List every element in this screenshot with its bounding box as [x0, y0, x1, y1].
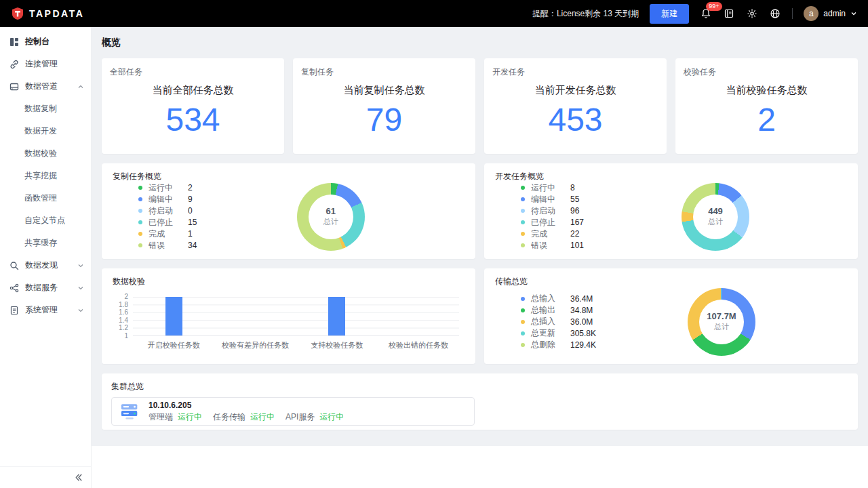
stat-value: 453	[492, 102, 658, 138]
main-content: 概览 全部任务 当前全部任务总数 534 复制任务 当前复制任务总数 79 开发…	[92, 27, 868, 488]
discovery-icon	[9, 261, 19, 270]
legend-dot	[521, 220, 525, 224]
sidebar-item-data-services[interactable]: 数据服务	[0, 277, 91, 299]
sidebar-subitem-data-verification[interactable]: 数据校验	[0, 142, 91, 165]
sidebar-subitem-shared-mining[interactable]: 共享挖掘	[0, 165, 91, 187]
server-icon	[120, 403, 140, 421]
stat-title: 当前复制任务总数	[301, 84, 467, 97]
legend-label: 编辑中	[149, 194, 188, 205]
legend-label: 总输出	[531, 304, 570, 316]
service-name: 任务传输	[213, 412, 245, 422]
system-icon	[9, 306, 19, 315]
legend-value: 0	[188, 206, 193, 216]
x-label: 校验出错的任务数	[378, 340, 459, 350]
tapdata-logo[interactable]: TAPDATA	[11, 7, 84, 20]
metrics-row: 数据校验 2 1.8 1.6 1.4 1.2 1	[102, 268, 858, 364]
legend-item: 错误101	[521, 240, 584, 251]
chevron-down-icon	[77, 307, 84, 314]
y-tick: 1.2	[119, 325, 128, 331]
legend-dot	[138, 232, 142, 236]
legend-item: 错误34	[138, 240, 197, 251]
settings-button[interactable]	[746, 7, 758, 20]
y-tick: 1	[124, 333, 128, 340]
sidebar-item-pipelines[interactable]: 数据管道	[0, 75, 91, 98]
service-status: 运行中	[250, 412, 275, 422]
sidebar-item-connections[interactable]: 连接管理	[0, 53, 91, 75]
legend-dot	[521, 343, 525, 347]
legend-label: 总删除	[531, 339, 570, 350]
sidebar-subitem-data-replication[interactable]: 数据复制	[0, 98, 91, 120]
chart-legend: 总输入36.4M 总输出34.8M 总插入36.0M 总更新305.8K 总删除…	[521, 293, 596, 350]
sidebar-item-data-discovery[interactable]: 数据发现	[0, 254, 91, 277]
sidebar-subitem-function-management[interactable]: 函数管理	[0, 187, 91, 209]
legend-label: 总插入	[531, 316, 570, 327]
chevron-down-icon	[850, 10, 857, 17]
service-item: 任务传输运行中	[213, 412, 275, 422]
legend-label: 错误	[531, 240, 570, 251]
donut-center: 61 总计	[309, 195, 353, 239]
legend-value: 101	[570, 241, 584, 250]
stat-value: 2	[684, 102, 850, 138]
legend-label: 已停止	[149, 217, 188, 228]
sidebar-subitem-shared-cache[interactable]: 共享缓存	[0, 232, 91, 254]
top-navbar: TAPDATA 提醒：License剩余 13 天到期 新建 99+	[0, 0, 868, 27]
legend-dot	[521, 197, 525, 201]
stat-title: 当前全部任务总数	[110, 84, 276, 97]
sidebar-item-label: 系统管理	[25, 304, 71, 316]
legend-dot	[138, 220, 142, 224]
data-verification-card: 数据校验 2 1.8 1.6 1.4 1.2 1	[102, 268, 475, 364]
legend-item: 总更新305.8K	[521, 327, 596, 339]
sidebar-collapse-button[interactable]	[74, 473, 83, 482]
sidebar-item-label: 数据发现	[25, 260, 71, 271]
legend-value: 15	[188, 218, 197, 227]
globe-icon	[770, 8, 781, 19]
language-button[interactable]	[769, 7, 781, 20]
sidebar-subitem-data-development[interactable]: 数据开发	[0, 120, 91, 142]
legend-label: 运行中	[531, 182, 570, 194]
sidebar-item-console[interactable]: 控制台	[0, 30, 91, 53]
legend-value: 36.0M	[570, 317, 593, 327]
service-name: API服务	[285, 412, 315, 422]
cluster-services: 管理端运行中 任务传输运行中 API服务运行中	[149, 412, 344, 422]
chevron-up-icon	[77, 83, 84, 90]
donut-total: 61	[326, 206, 335, 216]
y-tick: 1.8	[119, 302, 128, 308]
user-menu[interactable]: a admin	[804, 6, 857, 21]
legend-value: 34	[188, 241, 197, 250]
legend-label: 编辑中	[531, 194, 570, 205]
sidebar-subitem-custom-node[interactable]: 自定义节点	[0, 209, 91, 232]
legend-value: 305.8K	[570, 329, 596, 338]
docs-button[interactable]	[723, 7, 735, 20]
legend-item: 待启动0	[138, 205, 197, 217]
sidebar-item-system-management[interactable]: 系统管理	[0, 299, 91, 321]
donut-total-label: 总计	[323, 217, 338, 227]
new-button[interactable]: 新建	[650, 4, 689, 24]
cluster-node: 10.10.6.205 管理端运行中 任务传输运行中 API服务运行中	[111, 397, 475, 426]
card-title: 复制任务概览	[113, 171, 465, 181]
donut-total-label: 总计	[714, 322, 729, 332]
legend-label: 待启动	[531, 205, 570, 217]
docs-icon	[724, 8, 734, 19]
cluster-host: 10.10.6.205	[149, 401, 344, 411]
x-label: 开启校验任务数	[133, 340, 214, 350]
sidebar-item-label: 数据服务	[25, 282, 71, 293]
stat-card-development-tasks: 开发任务 当前开发任务总数 453	[484, 58, 667, 154]
legend-value: 55	[570, 195, 579, 204]
legend-item: 总插入36.0M	[521, 316, 596, 327]
legend-dot	[138, 209, 142, 213]
legend-label: 完成	[531, 228, 570, 240]
service-status: 运行中	[178, 412, 202, 422]
chart-legend: 运行中2 编辑中9 待启动0 已停止15 完成1 错误34	[138, 182, 197, 251]
notification-bell-button[interactable]: 99+	[700, 7, 712, 20]
verification-bar-chart: 2 1.8 1.6 1.4 1.2 1	[113, 297, 465, 350]
y-tick: 1.4	[119, 317, 128, 324]
card-title: 开发任务概览	[495, 171, 847, 181]
legend-item: 完成1	[138, 228, 197, 240]
donut-total: 107.7M	[707, 311, 736, 321]
legend-value: 8	[570, 183, 575, 192]
sidebar-footer	[0, 466, 91, 488]
legend-item: 编辑中55	[521, 194, 584, 205]
task-overview-row: 复制任务概览 运行中2 编辑中9 待启动0 已停止15 完成1 错误34 61	[102, 163, 858, 259]
legend-dot	[521, 232, 525, 236]
stat-tag: 全部任务	[110, 66, 276, 78]
